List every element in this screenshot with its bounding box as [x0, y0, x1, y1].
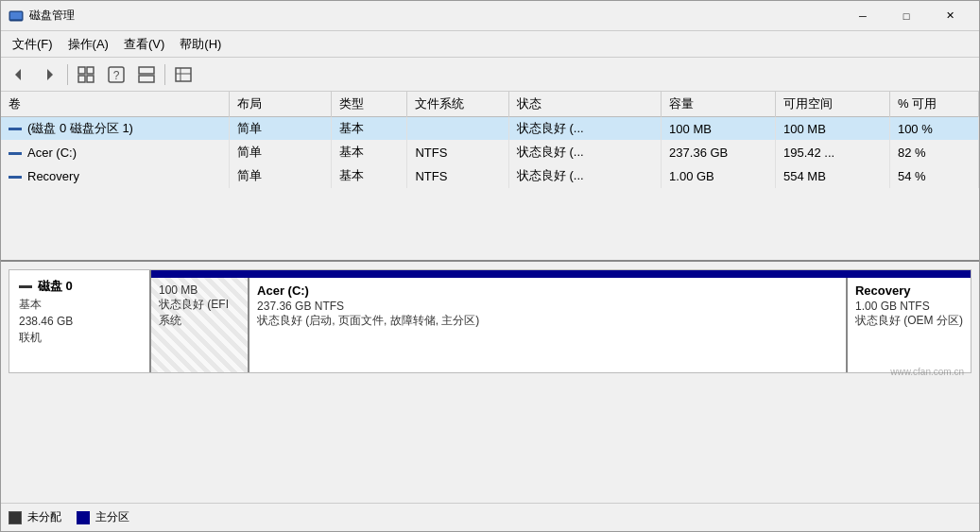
main-window: 磁盘管理 ─ □ ✕ 文件(F) 操作(A) 查看(V) 帮助(H): [0, 0, 980, 532]
disk-status-text: 联机: [19, 330, 140, 346]
svg-rect-6: [87, 67, 94, 74]
col-header-status: 状态: [508, 92, 661, 117]
menu-view[interactable]: 查看(V): [116, 32, 172, 57]
window-controls: ─ □ ✕: [841, 1, 971, 31]
table-cell: [407, 117, 508, 141]
table-cell: 195.42 ...: [776, 141, 890, 164]
partition-efi-size: 100 MB: [159, 283, 240, 297]
col-header-free: 可用空间: [776, 92, 890, 117]
table-cell: 100 %: [889, 117, 978, 141]
disk-title: 磁盘 0: [19, 278, 140, 295]
table-row[interactable]: Recovery简单基本NTFS状态良好 (...1.00 GB554 MB54…: [1, 164, 979, 188]
disk-info-panel: 磁盘 0 基本 238.46 GB 联机: [9, 270, 151, 372]
partition-c-name: Acer (C:): [257, 283, 838, 298]
table-cell: 237.36 GB: [662, 141, 776, 164]
help-button[interactable]: ?: [102, 61, 130, 88]
table-cell: 简单: [230, 164, 331, 188]
table-cell: 基本: [331, 117, 407, 141]
grid-view-button[interactable]: [72, 61, 100, 88]
partition-recovery[interactable]: Recovery 1.00 GB NTFS 状态良好 (OEM 分区): [848, 278, 971, 372]
table-cell: 状态良好 (...: [508, 117, 661, 141]
table-cell-name: (磁盘 0 磁盘分区 1): [1, 117, 230, 141]
table-row[interactable]: (磁盘 0 磁盘分区 1)简单基本状态良好 (...100 MB100 MB10…: [1, 117, 979, 141]
main-content: 卷 布局 类型 文件系统 状态 容量 可用空间 % 可用 (磁盘 0 磁盘分区 …: [1, 92, 979, 531]
table-cell: 554 MB: [776, 164, 890, 188]
legend-primary: 主分区: [77, 509, 129, 525]
disk-row-icon: [9, 128, 22, 130]
partition-c[interactable]: Acer (C:) 237.36 GB NTFS 状态良好 (启动, 页面文件,…: [249, 278, 848, 372]
svg-rect-11: [139, 67, 154, 74]
partition-header-bar: [151, 270, 971, 278]
disk-type-text: 基本: [19, 297, 140, 313]
table-cell-name: Acer (C:): [1, 141, 230, 164]
disk-view: 磁盘 0 基本 238.46 GB 联机 100 MB 状态良好 (EFI 系统: [1, 262, 979, 503]
table-cell: 简单: [230, 117, 331, 141]
table-cell: 54 %: [889, 164, 978, 188]
partition-c-size: 237.36 GB NTFS: [257, 300, 838, 313]
partitions-body: 100 MB 状态良好 (EFI 系统 Acer (C:) 237.36 GB …: [151, 278, 971, 372]
partition-recovery-size: 1.00 GB NTFS: [855, 300, 963, 313]
table-cell: 100 MB: [662, 117, 776, 141]
col-header-name: 卷: [1, 92, 230, 117]
maximize-button[interactable]: □: [885, 1, 928, 31]
table-cell: 状态良好 (...: [508, 141, 661, 164]
menu-file[interactable]: 文件(F): [5, 32, 60, 57]
svg-marker-3: [15, 69, 21, 80]
legend-primary-box: [77, 511, 90, 524]
disk-table: 卷 布局 类型 文件系统 状态 容量 可用空间 % 可用 (磁盘 0 磁盘分区 …: [1, 92, 979, 188]
minimize-button[interactable]: ─: [841, 1, 885, 31]
disk-row-icon: [9, 152, 22, 155]
disk-name-label: 磁盘 0: [38, 278, 73, 295]
legend-unallocated-label: 未分配: [27, 509, 61, 525]
disk-row-icon: [9, 176, 22, 179]
separator-1: [67, 64, 68, 85]
disk-row-0: 磁盘 0 基本 238.46 GB 联机 100 MB 状态良好 (EFI 系统: [9, 269, 971, 373]
table-header-row: 卷 布局 类型 文件系统 状态 容量 可用空间 % 可用: [1, 92, 979, 117]
disk-icon-bar: [19, 285, 32, 288]
legend-unallocated-box: [9, 511, 22, 524]
table-cell: 1.00 GB: [662, 164, 776, 188]
table-cell: 基本: [331, 141, 407, 164]
title-bar: 磁盘管理 ─ □ ✕: [1, 1, 979, 31]
svg-rect-13: [176, 68, 191, 81]
menu-help[interactable]: 帮助(H): [172, 32, 229, 57]
watermark-text: www.cfan.com.cn: [890, 367, 964, 377]
partition-efi[interactable]: 100 MB 状态良好 (EFI 系统: [151, 278, 249, 372]
legend-bar: 未分配 主分区: [1, 503, 979, 531]
svg-rect-2: [10, 20, 22, 21]
toolbar: ?: [1, 58, 979, 92]
table-cell: 82 %: [889, 141, 978, 164]
svg-rect-12: [139, 76, 154, 82]
table-cell: 状态良好 (...: [508, 164, 661, 188]
table-cell: NTFS: [407, 164, 508, 188]
separator-2: [164, 64, 165, 85]
svg-rect-7: [78, 76, 85, 82]
menu-bar: 文件(F) 操作(A) 查看(V) 帮助(H): [1, 31, 979, 58]
disk-partitions: 100 MB 状态良好 (EFI 系统 Acer (C:) 237.36 GB …: [151, 270, 971, 372]
forward-button[interactable]: [35, 61, 63, 88]
table-cell-name: Recovery: [1, 164, 230, 188]
table-row[interactable]: Acer (C:)简单基本NTFS状态良好 (...237.36 GB195.4…: [1, 141, 979, 164]
menu-action[interactable]: 操作(A): [60, 32, 116, 57]
col-header-pct: % 可用: [889, 92, 978, 117]
table-cell: 简单: [230, 141, 331, 164]
svg-text:?: ?: [113, 69, 120, 82]
legend-unallocated: 未分配: [9, 509, 61, 525]
svg-rect-1: [10, 12, 22, 19]
window-title: 磁盘管理: [29, 8, 841, 24]
svg-marker-4: [47, 69, 53, 80]
svg-rect-5: [78, 67, 85, 74]
app-icon: [9, 9, 24, 24]
col-header-layout: 布局: [230, 92, 331, 117]
table-cell: NTFS: [407, 141, 508, 164]
list-view-button[interactable]: [169, 61, 198, 88]
col-header-capacity: 容量: [662, 92, 776, 117]
panel-button[interactable]: [132, 61, 161, 88]
close-button[interactable]: ✕: [928, 1, 971, 31]
partition-efi-status: 状态良好 (EFI 系统: [159, 297, 240, 329]
back-button[interactable]: [5, 61, 33, 88]
disk-size-text: 238.46 GB: [19, 315, 140, 328]
table-cell: 基本: [331, 164, 407, 188]
col-header-type: 类型: [331, 92, 407, 117]
col-header-fs: 文件系统: [407, 92, 508, 117]
